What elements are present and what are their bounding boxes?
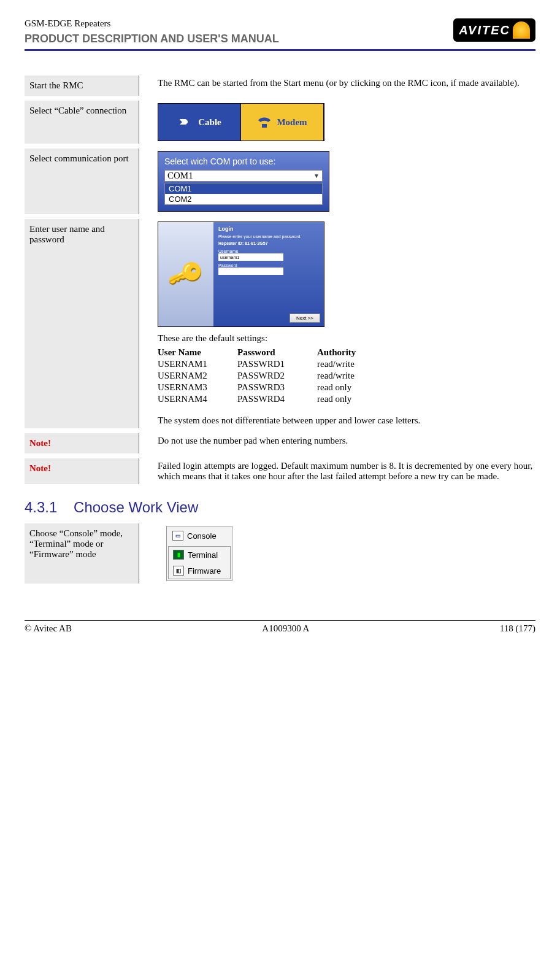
cable-button[interactable]: Cable bbox=[158, 104, 241, 141]
chevron-down-icon: ▼ bbox=[313, 172, 320, 179]
step-label-comport: Select communication port bbox=[25, 148, 139, 214]
modem-button[interactable]: Modem bbox=[241, 104, 324, 141]
login-screenshot: 🔑 Login Please enter your username and p… bbox=[158, 222, 324, 327]
console-mode-button[interactable]: ▭ Console bbox=[168, 528, 231, 544]
step-label-login: Enter user name and password bbox=[25, 219, 139, 428]
terminal-label: Terminal bbox=[188, 550, 218, 560]
login-subtitle: Please enter your username and password. bbox=[218, 234, 319, 239]
section-heading: 4.3.1 Choose Work View bbox=[25, 499, 535, 516]
connection-buttons-screenshot: Cable Modem bbox=[158, 103, 324, 141]
table-row: USERNAM4 PASSWRD4 read only bbox=[158, 394, 535, 404]
table-row: USERNAM1 PASSWRD1 read/write bbox=[158, 359, 535, 369]
keys-icon: 🔑 bbox=[166, 255, 206, 294]
username-field[interactable] bbox=[218, 253, 283, 261]
section-number: 4.3.1 bbox=[25, 499, 57, 515]
username-label: Username bbox=[218, 249, 319, 253]
page-header: GSM-EDGE Repeaters PRODUCT DESCRIPTION A… bbox=[25, 18, 535, 45]
footer-copyright: © Avitec AB bbox=[25, 623, 72, 634]
com-port-title: Select wich COM port to use: bbox=[161, 154, 326, 169]
phone-icon bbox=[257, 115, 272, 129]
password-label: Password bbox=[218, 263, 319, 268]
password-field[interactable] bbox=[218, 268, 283, 275]
note-label-2: Note! bbox=[25, 458, 139, 484]
note-label-1: Note! bbox=[25, 433, 139, 453]
col-password: Password bbox=[237, 347, 317, 358]
logo-text: AVITEC bbox=[459, 23, 510, 37]
header-divider bbox=[25, 49, 535, 51]
console-icon: ▭ bbox=[172, 531, 183, 541]
com-port-dropdown[interactable]: COM1 ▼ bbox=[164, 170, 323, 182]
footer-page: 118 (177) bbox=[500, 623, 535, 634]
section-title: Choose Work View bbox=[74, 499, 198, 515]
sun-icon bbox=[513, 21, 530, 39]
col-username: User Name bbox=[158, 347, 237, 358]
step-text-start-rmc: The RMC can be started from the Start me… bbox=[139, 75, 535, 96]
modem-button-label: Modem bbox=[277, 117, 307, 128]
com-port-selected: COM1 bbox=[167, 171, 193, 181]
footer-divider bbox=[25, 620, 535, 621]
note-text-1: Do not use the number pad when entering … bbox=[139, 433, 535, 453]
doc-category: GSM-EDGE Repeaters bbox=[25, 18, 279, 29]
mode-selector-screenshot: ▭ Console ▮ Terminal ◧ Firmware bbox=[166, 526, 232, 581]
table-row: USERNAM2 PASSWRD2 read/write bbox=[158, 371, 535, 381]
cable-button-label: Cable bbox=[198, 117, 221, 128]
next-button[interactable]: Next >> bbox=[290, 314, 320, 323]
step-label-workview: Choose “Console” mode, “Terminal” mode o… bbox=[25, 523, 139, 584]
firmware-mode-button[interactable]: ◧ Firmware bbox=[169, 563, 230, 579]
com-port-option-1[interactable]: COM1 bbox=[165, 183, 322, 194]
footer-docnum: A1009300 A bbox=[262, 623, 309, 634]
case-sensitivity-note: The system does not differentiate betwee… bbox=[158, 415, 535, 426]
manual-title: PRODUCT DESCRIPTION AND USER'S MANUAL bbox=[25, 33, 279, 45]
firmware-label: Firmware bbox=[188, 566, 221, 576]
com-port-list: COM1 COM2 bbox=[164, 183, 323, 205]
col-authority: Authority bbox=[317, 347, 397, 358]
table-row: USERNAM3 PASSWRD3 read only bbox=[158, 382, 535, 393]
defaults-intro: These are the default settings: bbox=[158, 333, 535, 344]
com-port-screenshot: Select wich COM port to use: COM1 ▼ COM1… bbox=[158, 151, 329, 212]
com-port-option-2[interactable]: COM2 bbox=[165, 194, 322, 204]
terminal-icon: ▮ bbox=[173, 550, 184, 560]
note-text-2: Failed login attempts are logged. Defaul… bbox=[139, 458, 535, 484]
brand-logo: AVITEC bbox=[453, 18, 535, 42]
defaults-table: User Name Password Authority USERNAM1 PA… bbox=[158, 347, 535, 404]
step-label-cable: Select “Cable” connection bbox=[25, 101, 139, 144]
firmware-icon: ◧ bbox=[173, 566, 184, 576]
page-footer: © Avitec AB A1009300 A 118 (177) bbox=[25, 623, 535, 646]
step-label-start-rmc: Start the RMC bbox=[25, 75, 139, 96]
repeater-id: Repeater ID: 81-81-2G57 bbox=[218, 241, 319, 245]
login-title: Login bbox=[218, 226, 319, 232]
console-label: Console bbox=[187, 531, 217, 541]
header-left: GSM-EDGE Repeaters PRODUCT DESCRIPTION A… bbox=[25, 18, 279, 45]
terminal-mode-button[interactable]: ▮ Terminal bbox=[169, 547, 230, 563]
cable-icon bbox=[177, 117, 193, 128]
